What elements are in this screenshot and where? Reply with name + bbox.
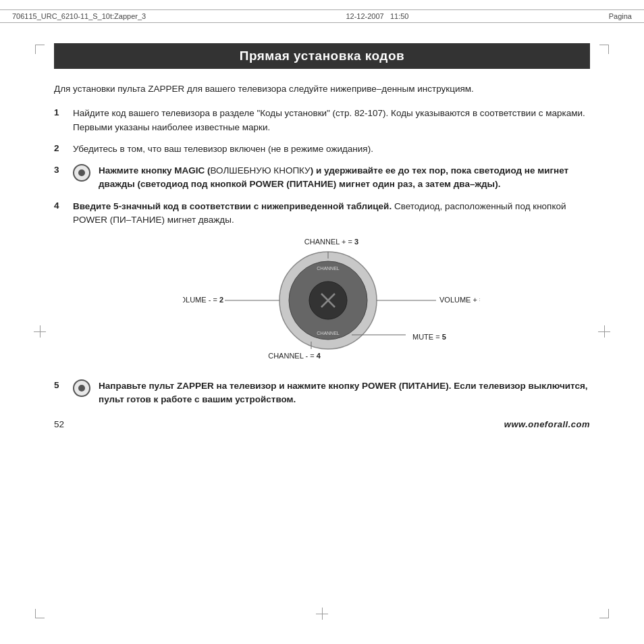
volume-plus-label: VOLUME + = 1 [439,296,480,304]
footer: 52 www.oneforall.com [54,415,590,429]
ring-top-label: CHANNEL [317,266,340,271]
step-5-num: 5 [54,379,73,390]
mute-label: MUTE = 5 [412,333,446,341]
power-button-inner [78,385,85,392]
website-url: www.oneforall.com [504,419,590,429]
channel-plus-label: CHANNEL + = 3 [304,238,358,246]
step-3-text: Нажмите кнопку MAGIC (ВОЛШЕБНУЮ КНОПКУ) … [99,164,590,192]
diagram-svg: CHANNEL + = 3 VOLUME - = 2 VOLUME + = 1 … [183,235,480,367]
power-button-icon [73,379,90,397]
step-4: 4 Введите 5-значный код в соответствии с… [54,200,590,227]
corner-br [599,609,609,618]
channel-minus-label: CHANNEL - = 4 [268,352,321,360]
step-3-icon [73,164,93,182]
magic-button-icon [73,164,90,182]
page-number: 52 [54,419,64,429]
corner-bl [35,609,45,618]
page-title: Прямая установка кодов [54,43,590,69]
diagram-area: CHANNEL + = 3 VOLUME - = 2 VOLUME + = 1 … [73,235,590,370]
step-5: 5 Направьте пульт ZAPPER на телевизор и … [54,379,590,407]
step-2: 2 Убедитесь в том, что ваш телевизор вкл… [54,142,590,156]
header-center: 12-12-2007 11:50 [346,12,408,20]
magic-button-inner [78,169,85,176]
step-1-num: 1 [54,107,73,117]
volume-minus-label: VOLUME - = 2 [183,296,223,304]
header-right: Pagina [609,12,632,20]
header-left: 706115_URC_6210-11_S_10t:Zapper_3 [12,12,146,20]
step-3-num: 3 [54,164,73,175]
steps-list: 1 Найдите код вашего телевизора в раздел… [54,107,590,406]
step-2-text: Убедитесь в том, что ваш телевизор включ… [73,142,590,156]
ring-bottom-label: CHANNEL [317,331,340,336]
step-5-icon [73,379,93,397]
main-content: Прямая установка кодов Для установки пул… [0,23,644,443]
step-3: 3 Нажмите кнопку MAGIC (ВОЛШЕБНУЮ КНОПКУ… [54,164,590,192]
step-4-num: 4 [54,200,73,211]
step-5-text: Направьте пульт ZAPPER на телевизор и на… [99,379,590,407]
step-1: 1 Найдите код вашего телевизора в раздел… [54,107,590,134]
step-2-num: 2 [54,142,73,153]
intro-text: Для установки пульта ZAPPER для вашего т… [54,82,590,96]
crossmark-bottom [316,608,328,620]
header-bar: 706115_URC_6210-11_S_10t:Zapper_3 12-12-… [0,9,644,23]
step-4-text: Введите 5-значный код в соответствии с н… [73,200,590,227]
step-1-text: Найдите код вашего телевизора в разделе … [73,107,590,134]
page: 706115_URC_6210-11_S_10t:Zapper_3 12-12-… [0,9,644,644]
